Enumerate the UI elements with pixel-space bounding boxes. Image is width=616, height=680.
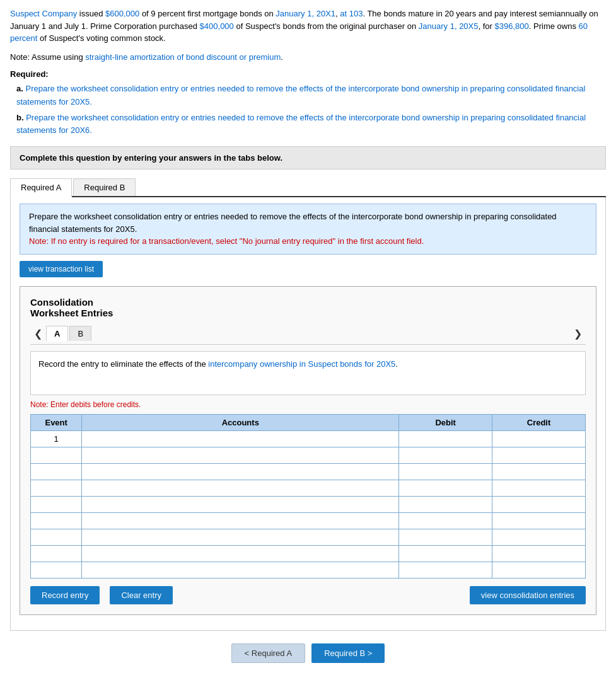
debit-cell[interactable]: [399, 480, 492, 496]
issue-date: January 1, 20X1: [276, 9, 335, 18]
tab-required-a[interactable]: Required A: [10, 178, 72, 197]
event-cell: [31, 545, 82, 562]
debit-cell[interactable]: [399, 545, 492, 562]
table-row: [31, 447, 586, 463]
credit-cell[interactable]: [492, 496, 586, 512]
account-cell[interactable]: [82, 496, 399, 512]
bottom-navigation: < Required A Required B >: [10, 643, 606, 663]
credit-cell[interactable]: [492, 529, 586, 545]
account-input[interactable]: [84, 466, 396, 476]
purchase-amount: $400,000: [200, 21, 234, 31]
debit-input[interactable]: [402, 483, 489, 493]
entry-description-box: Record the entry to eliminate the effect…: [30, 351, 586, 395]
debit-cell[interactable]: [399, 430, 492, 447]
account-cell[interactable]: [82, 529, 399, 545]
account-input[interactable]: [84, 434, 396, 444]
debit-cell[interactable]: [399, 512, 492, 529]
main-tabs-row: Required A Required B: [10, 178, 606, 197]
amortization-method: straight-line amortization of bond disco…: [85, 52, 281, 62]
blue-info-note: Note: If no entry is required for a tran…: [29, 235, 587, 248]
account-cell[interactable]: [82, 430, 399, 447]
debit-input[interactable]: [402, 532, 489, 542]
table-row: [31, 512, 586, 529]
blue-info-main-text: Prepare the worksheet consolidation entr…: [29, 210, 587, 235]
credit-input[interactable]: [495, 516, 583, 526]
table-row: [31, 463, 586, 480]
account-input[interactable]: [84, 516, 396, 526]
table-row: 1: [31, 430, 586, 447]
account-cell[interactable]: [82, 447, 399, 463]
account-input[interactable]: [84, 450, 396, 460]
account-cell[interactable]: [82, 562, 399, 578]
account-input[interactable]: [84, 483, 396, 493]
debit-input[interactable]: [402, 434, 489, 444]
debit-cell[interactable]: [399, 496, 492, 512]
account-input[interactable]: [84, 499, 396, 509]
event-cell: [31, 496, 82, 512]
debit-cell[interactable]: [399, 463, 492, 480]
credit-cell[interactable]: [492, 463, 586, 480]
credit-input[interactable]: [495, 483, 583, 493]
account-input[interactable]: [84, 532, 396, 542]
account-cell[interactable]: [82, 545, 399, 562]
account-input[interactable]: [84, 565, 396, 575]
debit-cell[interactable]: [399, 529, 492, 545]
prev-entry-btn[interactable]: ❮: [30, 326, 46, 341]
amortization-note: Note: Assume using straight-line amortiz…: [10, 51, 606, 64]
credit-input[interactable]: [495, 466, 583, 476]
debit-input[interactable]: [402, 565, 489, 575]
issue-price: at 103: [340, 9, 363, 18]
credit-cell[interactable]: [492, 430, 586, 447]
col-header-event: Event: [31, 414, 82, 430]
table-row: [31, 562, 586, 578]
tab-required-b[interactable]: Required B: [73, 178, 136, 196]
event-cell: [31, 447, 82, 463]
clear-entry-btn[interactable]: Clear entry: [110, 586, 173, 604]
credit-input[interactable]: [495, 434, 583, 444]
event-cell: [31, 562, 82, 578]
next-required-b-btn[interactable]: Required B >: [311, 643, 385, 663]
suspect-company-name: Suspect Company: [10, 9, 77, 18]
account-cell[interactable]: [82, 463, 399, 480]
debit-input[interactable]: [402, 548, 489, 558]
credit-cell[interactable]: [492, 480, 586, 496]
intro-paragraph: Suspect Company issued $600,000 of 9 per…: [10, 8, 606, 45]
account-input[interactable]: [84, 548, 396, 558]
debit-input[interactable]: [402, 516, 489, 526]
view-transaction-btn[interactable]: view transaction list: [20, 261, 103, 277]
credit-input[interactable]: [495, 532, 583, 542]
required-label: Required:: [10, 69, 606, 79]
worksheet-tabs-row: ❮ A B ❯: [30, 326, 586, 345]
debit-cell[interactable]: [399, 447, 492, 463]
view-consolidation-btn[interactable]: view consolidation entries: [470, 586, 586, 604]
credit-input[interactable]: [495, 548, 583, 558]
account-cell[interactable]: [82, 480, 399, 496]
prev-required-a-btn[interactable]: < Required A: [231, 643, 306, 663]
credit-input[interactable]: [495, 565, 583, 575]
purchase-price: $396,800: [495, 21, 529, 31]
record-entry-btn[interactable]: Record entry: [30, 586, 100, 604]
credit-cell[interactable]: [492, 562, 586, 578]
instruction-a-text: Prepare the worksheet consolidation entr…: [16, 84, 585, 107]
debit-input[interactable]: [402, 466, 489, 476]
col-header-accounts: Accounts: [82, 414, 399, 430]
ws-tab-b[interactable]: B: [69, 326, 91, 341]
event-cell: 1: [31, 430, 82, 447]
credit-cell[interactable]: [492, 545, 586, 562]
credit-cell[interactable]: [492, 512, 586, 529]
debit-input[interactable]: [402, 450, 489, 460]
credit-input[interactable]: [495, 499, 583, 509]
entry-desc-text: Record the entry to eliminate the effect…: [38, 359, 398, 369]
event-cell: [31, 529, 82, 545]
complete-instruction-box: Complete this question by entering your …: [10, 146, 606, 170]
account-cell[interactable]: [82, 512, 399, 529]
ws-tab-a[interactable]: A: [46, 326, 68, 342]
credit-cell[interactable]: [492, 447, 586, 463]
debit-cell[interactable]: [399, 562, 492, 578]
action-buttons-row: Record entry Clear entry view consolidat…: [30, 586, 586, 604]
table-row: [31, 496, 586, 512]
credit-input[interactable]: [495, 450, 583, 460]
debit-input[interactable]: [402, 499, 489, 509]
next-entry-btn[interactable]: ❯: [570, 326, 586, 341]
event-cell: [31, 512, 82, 529]
